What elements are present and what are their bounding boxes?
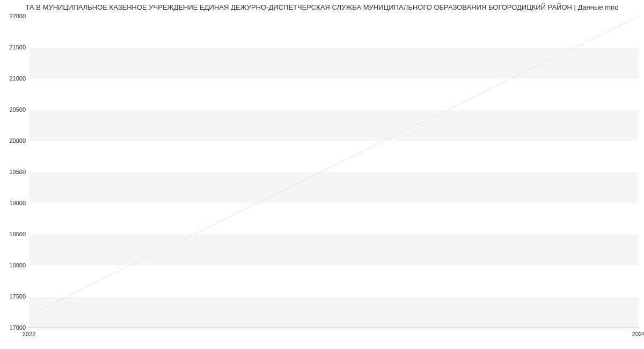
x-tick-label: 2022 bbox=[23, 328, 35, 337]
y-tick-label: 19500 bbox=[9, 169, 29, 175]
grid-line bbox=[29, 328, 639, 328]
grid-line bbox=[29, 172, 639, 172]
grid-line bbox=[29, 110, 639, 110]
plot-area: 1700017500180001850019000195002000020500… bbox=[29, 16, 639, 328]
chart-title: ТА В МУНИЦИПАЛЬНОЕ КАЗЕННОЕ УЧРЕЖДЕНИЕ Е… bbox=[0, 3, 644, 11]
chart-container: ТА В МУНИЦИПАЛЬНОЕ КАЗЕННОЕ УЧРЕЖДЕНИЕ Е… bbox=[0, 0, 644, 349]
grid-line bbox=[29, 16, 639, 17]
grid-line bbox=[29, 203, 639, 203]
y-tick-label: 20000 bbox=[9, 137, 29, 144]
y-tick-label: 20500 bbox=[9, 106, 29, 113]
y-tick-label: 22000 bbox=[9, 13, 29, 19]
grid-line bbox=[29, 234, 639, 235]
grid-line bbox=[29, 265, 639, 266]
grid-line bbox=[29, 78, 639, 79]
grid-line bbox=[29, 296, 639, 297]
y-tick-label: 18500 bbox=[9, 231, 29, 237]
y-tick-label: 18000 bbox=[9, 262, 29, 268]
y-tick-label: 21000 bbox=[9, 75, 29, 82]
y-tick-label: 21500 bbox=[9, 44, 29, 50]
x-tick-label: 2024 bbox=[632, 328, 644, 337]
y-tick-label: 17500 bbox=[9, 293, 29, 300]
grid-line bbox=[29, 141, 639, 141]
grid-line bbox=[29, 47, 639, 48]
y-tick-label: 19000 bbox=[9, 200, 29, 206]
